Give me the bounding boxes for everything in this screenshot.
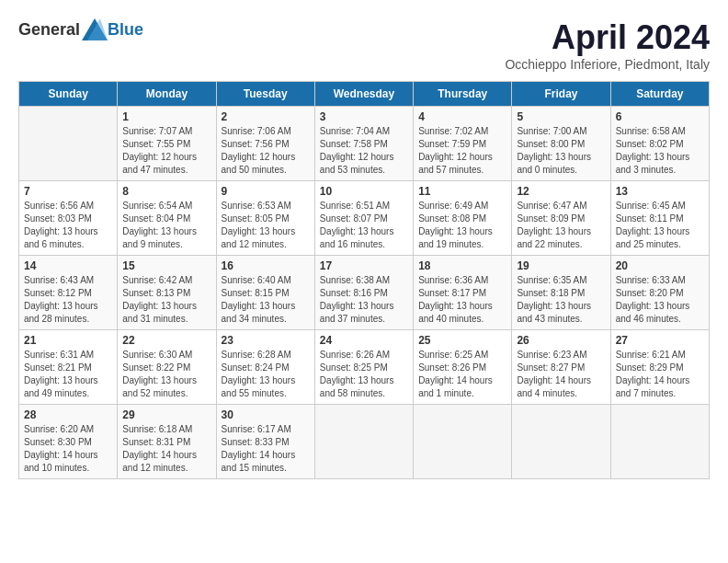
calendar-week-row: 7Sunrise: 6:56 AMSunset: 8:03 PMDaylight… xyxy=(19,181,710,256)
calendar-cell: 6Sunrise: 6:58 AMSunset: 8:02 PMDaylight… xyxy=(610,107,709,181)
day-number: 3 xyxy=(320,110,408,123)
cell-sun-info: Sunrise: 6:38 AMSunset: 8:16 PMDaylight:… xyxy=(320,274,408,326)
logo: General Blue xyxy=(18,18,143,40)
logo-icon xyxy=(82,18,108,40)
calendar-cell: 27Sunrise: 6:21 AMSunset: 8:29 PMDayligh… xyxy=(610,330,709,405)
calendar-cell: 11Sunrise: 6:49 AMSunset: 8:08 PMDayligh… xyxy=(414,181,512,256)
cell-sun-info: Sunrise: 6:43 AMSunset: 8:12 PMDaylight:… xyxy=(24,274,112,326)
calendar-cell: 21Sunrise: 6:31 AMSunset: 8:21 PMDayligh… xyxy=(19,330,118,405)
calendar-cell: 16Sunrise: 6:40 AMSunset: 8:15 PMDayligh… xyxy=(216,256,314,330)
day-number: 22 xyxy=(122,334,210,347)
calendar-cell: 9Sunrise: 6:53 AMSunset: 8:05 PMDaylight… xyxy=(216,181,314,256)
calendar-cell: 15Sunrise: 6:42 AMSunset: 8:13 PMDayligh… xyxy=(118,256,216,330)
cell-sun-info: Sunrise: 6:56 AMSunset: 8:03 PMDaylight:… xyxy=(24,200,112,251)
cell-sun-info: Sunrise: 6:35 AMSunset: 8:18 PMDaylight:… xyxy=(517,274,605,326)
calendar-cell xyxy=(610,405,709,479)
location-subtitle: Occhieppo Inferiore, Piedmont, Italy xyxy=(505,57,710,72)
calendar-week-row: 1Sunrise: 7:07 AMSunset: 7:55 PMDaylight… xyxy=(19,107,710,181)
calendar-cell: 13Sunrise: 6:45 AMSunset: 8:11 PMDayligh… xyxy=(610,181,709,256)
calendar-cell: 18Sunrise: 6:36 AMSunset: 8:17 PMDayligh… xyxy=(414,256,512,330)
day-number: 25 xyxy=(418,334,506,347)
day-number: 29 xyxy=(122,408,210,421)
calendar-cell: 8Sunrise: 6:54 AMSunset: 8:04 PMDaylight… xyxy=(118,181,216,256)
day-number: 14 xyxy=(24,259,112,272)
calendar-week-row: 21Sunrise: 6:31 AMSunset: 8:21 PMDayligh… xyxy=(19,330,710,405)
calendar-cell: 22Sunrise: 6:30 AMSunset: 8:22 PMDayligh… xyxy=(118,330,216,405)
cell-sun-info: Sunrise: 6:20 AMSunset: 8:30 PMDaylight:… xyxy=(24,423,112,475)
cell-sun-info: Sunrise: 6:21 AMSunset: 8:29 PMDaylight:… xyxy=(616,349,704,400)
day-of-week-header: Saturday xyxy=(610,82,709,107)
logo-blue-text: Blue xyxy=(108,20,143,40)
day-number: 27 xyxy=(616,334,704,347)
calendar-cell: 12Sunrise: 6:47 AMSunset: 8:09 PMDayligh… xyxy=(512,181,610,256)
cell-sun-info: Sunrise: 7:04 AMSunset: 7:58 PMDaylight:… xyxy=(320,125,408,177)
cell-sun-info: Sunrise: 6:40 AMSunset: 8:15 PMDaylight:… xyxy=(222,274,310,326)
calendar-week-row: 28Sunrise: 6:20 AMSunset: 8:30 PMDayligh… xyxy=(19,405,710,479)
calendar-cell: 24Sunrise: 6:26 AMSunset: 8:25 PMDayligh… xyxy=(314,330,413,405)
calendar-cell xyxy=(512,405,610,479)
cell-sun-info: Sunrise: 6:47 AMSunset: 8:09 PMDaylight:… xyxy=(517,200,605,251)
cell-sun-info: Sunrise: 7:06 AMSunset: 7:56 PMDaylight:… xyxy=(222,125,310,177)
calendar-week-row: 14Sunrise: 6:43 AMSunset: 8:12 PMDayligh… xyxy=(19,256,710,330)
cell-sun-info: Sunrise: 6:30 AMSunset: 8:22 PMDaylight:… xyxy=(122,349,210,400)
day-number: 28 xyxy=(24,408,112,421)
day-number: 8 xyxy=(122,185,210,198)
day-number: 12 xyxy=(517,185,605,198)
cell-sun-info: Sunrise: 6:23 AMSunset: 8:27 PMDaylight:… xyxy=(517,349,605,400)
day-of-week-header: Wednesday xyxy=(314,82,413,107)
calendar-cell: 2Sunrise: 7:06 AMSunset: 7:56 PMDaylight… xyxy=(216,107,314,181)
cell-sun-info: Sunrise: 6:33 AMSunset: 8:20 PMDaylight:… xyxy=(616,274,704,326)
month-title: April 2024 xyxy=(505,18,710,57)
cell-sun-info: Sunrise: 6:31 AMSunset: 8:21 PMDaylight:… xyxy=(24,349,112,400)
day-of-week-header: Sunday xyxy=(19,82,118,107)
calendar-cell: 28Sunrise: 6:20 AMSunset: 8:30 PMDayligh… xyxy=(19,405,118,479)
day-number: 13 xyxy=(616,185,704,198)
cell-sun-info: Sunrise: 7:02 AMSunset: 7:59 PMDaylight:… xyxy=(418,125,506,177)
calendar-header-row: SundayMondayTuesdayWednesdayThursdayFrid… xyxy=(19,82,710,107)
cell-sun-info: Sunrise: 6:51 AMSunset: 8:07 PMDaylight:… xyxy=(320,200,408,251)
calendar-cell: 29Sunrise: 6:18 AMSunset: 8:31 PMDayligh… xyxy=(118,405,216,479)
cell-sun-info: Sunrise: 6:45 AMSunset: 8:11 PMDaylight:… xyxy=(616,200,704,251)
day-number: 15 xyxy=(122,259,210,272)
cell-sun-info: Sunrise: 7:07 AMSunset: 7:55 PMDaylight:… xyxy=(122,125,210,177)
logo-general-text: General xyxy=(18,20,80,40)
day-number: 4 xyxy=(418,110,506,123)
calendar-cell: 3Sunrise: 7:04 AMSunset: 7:58 PMDaylight… xyxy=(314,107,413,181)
day-number: 2 xyxy=(222,110,310,123)
calendar-cell: 25Sunrise: 6:25 AMSunset: 8:26 PMDayligh… xyxy=(414,330,512,405)
cell-sun-info: Sunrise: 7:00 AMSunset: 8:00 PMDaylight:… xyxy=(517,125,605,177)
day-number: 6 xyxy=(616,110,704,123)
calendar-cell: 30Sunrise: 6:17 AMSunset: 8:33 PMDayligh… xyxy=(216,405,314,479)
day-of-week-header: Tuesday xyxy=(216,82,314,107)
day-number: 24 xyxy=(320,334,408,347)
day-number: 5 xyxy=(517,110,605,123)
cell-sun-info: Sunrise: 6:58 AMSunset: 8:02 PMDaylight:… xyxy=(616,125,704,177)
calendar-cell: 1Sunrise: 7:07 AMSunset: 7:55 PMDaylight… xyxy=(118,107,216,181)
day-number: 21 xyxy=(24,334,112,347)
day-number: 26 xyxy=(517,334,605,347)
cell-sun-info: Sunrise: 6:25 AMSunset: 8:26 PMDaylight:… xyxy=(418,349,506,400)
day-of-week-header: Thursday xyxy=(414,82,512,107)
cell-sun-info: Sunrise: 6:53 AMSunset: 8:05 PMDaylight:… xyxy=(222,200,310,251)
calendar-cell: 14Sunrise: 6:43 AMSunset: 8:12 PMDayligh… xyxy=(19,256,118,330)
day-number: 10 xyxy=(320,185,408,198)
cell-sun-info: Sunrise: 6:26 AMSunset: 8:25 PMDaylight:… xyxy=(320,349,408,400)
calendar-cell: 10Sunrise: 6:51 AMSunset: 8:07 PMDayligh… xyxy=(314,181,413,256)
calendar-cell xyxy=(414,405,512,479)
calendar-cell xyxy=(314,405,413,479)
day-number: 11 xyxy=(418,185,506,198)
day-number: 1 xyxy=(122,110,210,123)
calendar-cell: 26Sunrise: 6:23 AMSunset: 8:27 PMDayligh… xyxy=(512,330,610,405)
day-of-week-header: Monday xyxy=(118,82,216,107)
title-area: April 2024 Occhieppo Inferiore, Piedmont… xyxy=(505,18,710,72)
cell-sun-info: Sunrise: 6:42 AMSunset: 8:13 PMDaylight:… xyxy=(122,274,210,326)
cell-sun-info: Sunrise: 6:28 AMSunset: 8:24 PMDaylight:… xyxy=(222,349,310,400)
calendar-cell: 5Sunrise: 7:00 AMSunset: 8:00 PMDaylight… xyxy=(512,107,610,181)
calendar-cell: 23Sunrise: 6:28 AMSunset: 8:24 PMDayligh… xyxy=(216,330,314,405)
day-number: 23 xyxy=(222,334,310,347)
calendar-cell: 19Sunrise: 6:35 AMSunset: 8:18 PMDayligh… xyxy=(512,256,610,330)
day-number: 16 xyxy=(222,259,310,272)
cell-sun-info: Sunrise: 6:18 AMSunset: 8:31 PMDaylight:… xyxy=(122,423,210,475)
day-number: 18 xyxy=(418,259,506,272)
day-number: 19 xyxy=(517,259,605,272)
